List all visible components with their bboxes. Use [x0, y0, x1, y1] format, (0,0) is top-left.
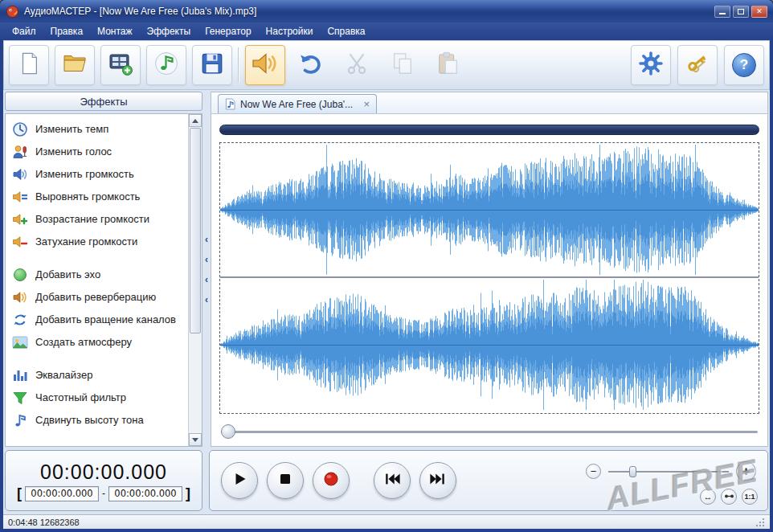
effect-item-atmosphere[interactable]: Создать атмосферу — [10, 331, 184, 354]
cut-button[interactable] — [337, 45, 377, 85]
tempo-icon — [12, 121, 28, 137]
tab-label: Now We Are Free (Juba'... — [240, 99, 353, 110]
volume-up-button[interactable]: + — [736, 461, 756, 481]
effect-item-rotate[interactable]: Добавить вращение каналов — [10, 309, 184, 331]
app-icon — [6, 5, 19, 18]
scrollbar-thumb[interactable] — [190, 128, 201, 334]
menu-item-1[interactable]: Файл — [5, 23, 43, 39]
effect-label: Изменить темп — [35, 123, 108, 136]
volume-control: − + — [586, 461, 756, 481]
effect-item-volume[interactable]: Изменить громкость — [10, 163, 184, 186]
maximize-button[interactable] — [733, 6, 749, 18]
activation-button[interactable] — [677, 45, 718, 85]
channel-link-button[interactable] — [721, 489, 737, 505]
fit-horizontal-button[interactable]: ↔ — [700, 489, 716, 505]
editor-area: Now We Are Free (Juba'... × — [211, 92, 768, 447]
selection-start-input[interactable] — [25, 486, 99, 501]
zoom-reset-button[interactable]: 1:1 — [742, 489, 758, 505]
effect-label: Выровнять громкость — [35, 190, 140, 203]
playback-device-button[interactable] — [245, 45, 285, 85]
record-icon — [322, 470, 340, 491]
new-file-button[interactable] — [9, 45, 49, 85]
copy-button[interactable] — [382, 45, 423, 85]
effect-label: Частотный фильтр — [35, 391, 126, 404]
effect-item-reverb[interactable]: Добавить реверберацию — [10, 286, 184, 309]
effect-label: Затухание громкости — [35, 235, 137, 248]
collapse-chevron-icon[interactable]: ‹ — [205, 234, 208, 245]
resize-grip[interactable] — [754, 518, 765, 527]
voice-icon — [12, 144, 28, 160]
volume-slider-handle[interactable] — [629, 466, 636, 477]
effect-item-normalize[interactable]: Выровнять громкость — [10, 186, 184, 208]
waveform-left-channel[interactable] — [220, 143, 759, 276]
record-audio-button[interactable] — [313, 462, 350, 499]
transport-panel: − + ↔ 1:1 — [209, 450, 768, 511]
menu-item-6[interactable]: Настройки — [259, 23, 321, 39]
film-plus-icon — [108, 51, 133, 80]
effects-panel: Эффекты Изменить темпИзменить голосИзмен… — [5, 92, 202, 447]
volume-down-button[interactable]: − — [586, 464, 601, 479]
skip-forward-button[interactable] — [419, 462, 456, 499]
tab-close-icon[interactable]: × — [363, 99, 370, 109]
panel-splitter[interactable]: ‹ ‹ ‹ ‹ — [202, 92, 211, 447]
overview-bar[interactable] — [219, 125, 759, 135]
speaker-icon — [251, 51, 280, 80]
scroll-down-button[interactable] — [189, 433, 202, 446]
rotate-icon — [12, 312, 28, 328]
menu-bar: ФайлПравкаМонтажЭффектыГенераторНастройк… — [0, 23, 773, 40]
normalize-icon — [12, 189, 28, 205]
effect-item-gain-down[interactable]: Затухание громкости — [10, 231, 184, 253]
new-file-icon — [17, 51, 41, 79]
collapse-chevron-icon[interactable]: ‹ — [205, 294, 208, 305]
stop-button[interactable] — [267, 462, 304, 499]
undo-button[interactable] — [291, 45, 331, 85]
paste-button[interactable] — [428, 45, 468, 85]
help-button[interactable]: ? — [724, 45, 764, 85]
export-video-button[interactable] — [100, 45, 141, 85]
selection-end-bracket: ] — [186, 486, 190, 501]
selection-end-input[interactable] — [108, 486, 182, 501]
effect-label: Эквалайзер — [35, 369, 92, 382]
collapse-chevron-icon[interactable]: ‹ — [205, 254, 208, 265]
horizontal-scroll-slider[interactable] — [221, 424, 758, 440]
volume-slider[interactable] — [608, 465, 729, 478]
effect-item-pitch[interactable]: Сдвинуть высоту тона — [10, 409, 184, 432]
open-file-button[interactable] — [55, 45, 95, 85]
scissors-icon — [345, 51, 369, 79]
collapse-chevron-icon[interactable]: ‹ — [205, 274, 208, 285]
settings-button[interactable] — [631, 45, 671, 85]
clipboard-icon — [436, 51, 460, 79]
document-tab[interactable]: Now We Are Free (Juba'... × — [218, 94, 377, 113]
effect-item-voice[interactable]: Изменить голос — [10, 141, 184, 163]
slider-track[interactable] — [221, 431, 758, 433]
gain-up-icon — [12, 211, 28, 227]
minimize-button[interactable] — [714, 6, 730, 18]
effect-label: Добавить вращение каналов — [35, 313, 176, 326]
menu-item-2[interactable]: Правка — [43, 23, 91, 39]
effects-scrollbar[interactable] — [188, 114, 202, 446]
save-button[interactable] — [192, 45, 232, 85]
effect-item-tempo[interactable]: Изменить темп — [10, 118, 184, 141]
slider-knob[interactable] — [221, 424, 235, 439]
effect-item-echo[interactable]: Добавить эхо — [10, 264, 184, 286]
copy-pages-icon — [391, 51, 415, 79]
scroll-up-button[interactable] — [189, 114, 202, 127]
equalizer-icon — [12, 367, 28, 383]
effect-item-filter[interactable]: Частотный фильтр — [10, 387, 184, 409]
effect-item-equalizer[interactable]: Эквалайзер — [10, 364, 184, 387]
close-button[interactable]: ✕ — [751, 6, 767, 18]
volume-slider-track[interactable] — [608, 471, 729, 473]
effects-panel-header[interactable]: Эффекты — [5, 92, 202, 111]
waveform-right-channel[interactable] — [220, 278, 759, 411]
effect-item-gain-up[interactable]: Возрастание громкости — [10, 208, 184, 231]
effect-label: Добавить эхо — [35, 268, 100, 281]
document-area — [211, 114, 767, 446]
record-button[interactable] — [146, 45, 186, 85]
menu-item-4[interactable]: Эффекты — [140, 23, 198, 39]
play-button[interactable] — [221, 462, 258, 499]
menu-item-7[interactable]: Справка — [320, 23, 372, 39]
menu-item-3[interactable]: Монтаж — [90, 23, 140, 39]
menu-item-5[interactable]: Генератор — [198, 23, 258, 39]
echo-icon — [12, 267, 28, 283]
skip-back-button[interactable] — [374, 462, 411, 499]
